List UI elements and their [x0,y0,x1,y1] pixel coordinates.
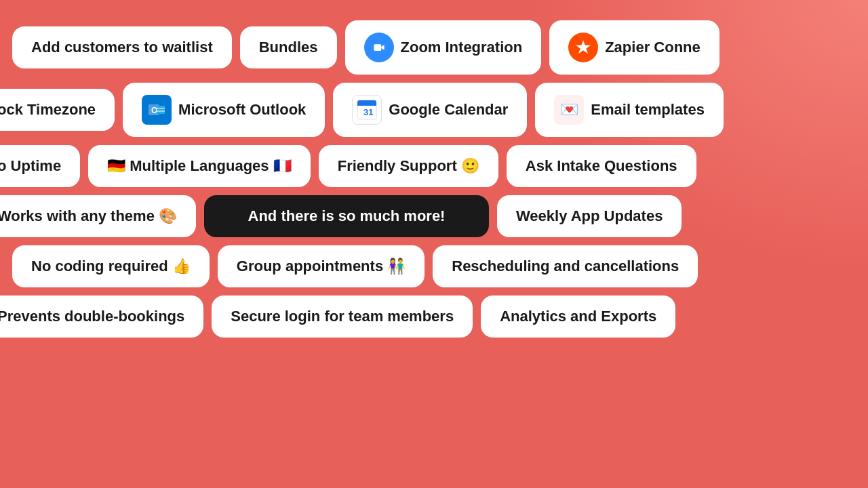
svg-text:31: 31 [363,107,373,117]
microsoft-outlook-label: Microsoft Outlook [178,101,306,119]
email-templates-label: Email templates [591,101,705,119]
prevents-double-label: Prevents double-bookings [0,308,184,325]
bundles-pill[interactable]: Bundles [240,26,337,68]
zoom-icon [364,33,394,62]
row-4: Works with any theme 🎨 And there is so m… [0,195,868,237]
analytics-pill[interactable]: Analytics and Exports [481,296,675,338]
email-icon: 💌 [554,95,584,125]
zapier-pill[interactable]: Zapier Conne [549,20,719,75]
zapier-label: Zapier Conne [605,39,701,56]
google-calendar-label: Google Calendar [389,101,508,119]
ask-intake-label: Ask Intake Questions [526,157,677,175]
and-more-pill[interactable]: And there is so much more! [204,195,489,237]
works-with-theme-pill[interactable]: Works with any theme 🎨 [0,195,196,237]
add-customers-pill[interactable]: Add customers to waitlist [12,26,232,68]
zoom-label: Zoom Integration [401,39,523,56]
group-appointments-pill[interactable]: Group appointments 👫 [218,245,425,287]
analytics-label: Analytics and Exports [500,308,656,325]
google-calendar-pill[interactable]: 31 Google Calendar [333,83,527,137]
microsoft-outlook-pill[interactable]: O Microsoft Outlook [123,83,325,137]
secure-login-label: Secure login for team members [231,308,454,325]
bundles-label: Bundles [259,39,318,56]
friendly-support-pill[interactable]: Friendly Support 🙂 [319,145,498,187]
zoom-pill[interactable]: Zoom Integration [345,20,542,75]
group-appointments-label: Group appointments 👫 [237,258,406,275]
gcal-icon: 31 [352,95,382,125]
no-coding-label: No coding required 👍 [31,258,191,275]
outlook-icon: O [142,95,172,125]
lock-timezone-pill[interactable]: ock Timezone [0,89,115,131]
multiple-languages-pill[interactable]: 🇩🇪 Multiple Languages 🇫🇷 [88,145,311,187]
uptime-pill[interactable]: o Uptime [0,145,80,187]
secure-login-pill[interactable]: Secure login for team members [212,296,473,338]
friendly-support-label: Friendly Support 🙂 [338,157,479,175]
multiple-languages-label: 🇩🇪 Multiple Languages 🇫🇷 [107,157,292,175]
svg-text:O: O [151,106,157,115]
svg-rect-9 [357,103,376,106]
add-customers-label: Add customers to waitlist [31,39,213,56]
row-5: No coding required 👍 Group appointments … [0,245,868,287]
rescheduling-pill[interactable]: Rescheduling and cancellations [433,245,698,287]
lock-timezone-label: ock Timezone [0,101,96,119]
and-more-label: And there is so much more! [248,207,446,225]
ask-intake-pill[interactable]: Ask Intake Questions [507,145,696,187]
uptime-label: o Uptime [0,157,61,175]
zapier-icon [568,33,598,62]
features-grid: Add customers to waitlist Bundles Zoom I… [0,0,868,488]
no-coding-pill[interactable]: No coding required 👍 [12,245,210,287]
row-3: o Uptime 🇩🇪 Multiple Languages 🇫🇷 Friend… [0,145,868,187]
prevents-double-pill[interactable]: Prevents double-bookings [0,296,203,338]
row-1: Add customers to waitlist Bundles Zoom I… [0,20,868,75]
weekly-updates-pill[interactable]: Weekly App Updates [497,195,682,237]
row-2: ock Timezone O Microsoft Outlook [0,83,868,137]
rescheduling-label: Rescheduling and cancellations [452,258,679,275]
weekly-updates-label: Weekly App Updates [516,207,663,225]
row-6: Prevents double-bookings Secure login fo… [0,296,868,338]
works-with-theme-label: Works with any theme 🎨 [0,207,177,225]
email-templates-pill[interactable]: 💌 Email templates [535,83,724,137]
svg-rect-4 [157,106,165,114]
